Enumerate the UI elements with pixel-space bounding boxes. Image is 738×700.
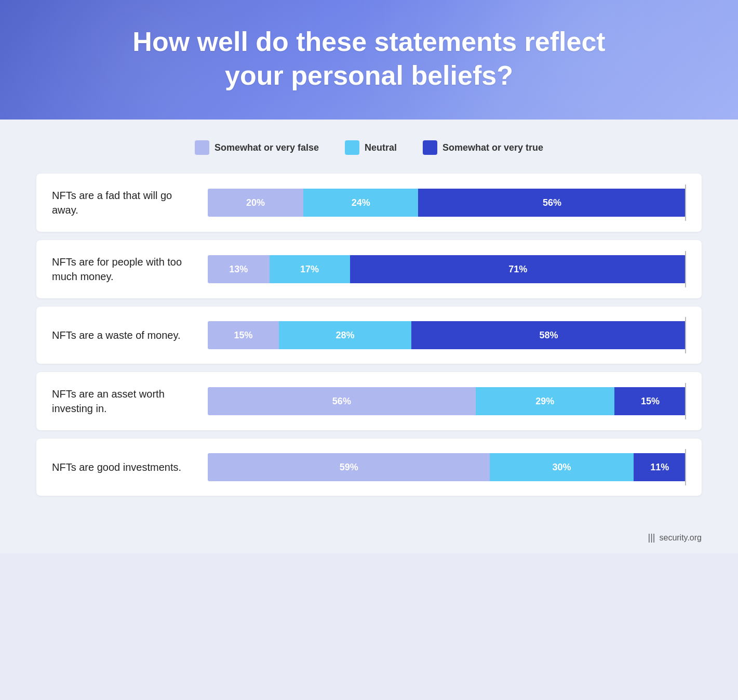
bar-true: 58% xyxy=(411,321,686,349)
chart-row: NFTs are a fad that will go away.20%24%5… xyxy=(36,174,702,232)
bar-true: 11% xyxy=(634,453,686,481)
row-label: NFTs are for people with too much money. xyxy=(52,255,192,284)
bar-wrapper: 15%28%58% xyxy=(208,321,686,349)
bar-false: 56% xyxy=(208,387,476,415)
bar-neutral: 17% xyxy=(270,255,350,283)
chart-title: How well do these statements reflect you… xyxy=(42,25,696,93)
bar-container: 56%29%15% xyxy=(208,387,686,415)
brand: ||| security.org xyxy=(648,532,702,543)
bar-wrapper: 13%17%71% xyxy=(208,255,686,283)
bar-wrapper: 56%29%15% xyxy=(208,387,686,415)
legend-swatch-neutral xyxy=(345,140,359,155)
legend-swatch-false xyxy=(195,140,209,155)
row-label: NFTs are a waste of money. xyxy=(52,328,192,342)
row-label: NFTs are good investments. xyxy=(52,460,192,474)
row-label: NFTs are an asset worth investing in. xyxy=(52,387,192,416)
bar-true: 15% xyxy=(614,387,686,415)
legend-label-neutral: Neutral xyxy=(365,142,397,153)
chart-rows: NFTs are a fad that will go away.20%24%5… xyxy=(36,174,702,496)
legend-label-false: Somewhat or very false xyxy=(214,142,319,153)
bar-neutral: 28% xyxy=(279,321,411,349)
bar-container: 59%30%11% xyxy=(208,453,686,481)
legend-item-false: Somewhat or very false xyxy=(195,140,319,155)
brand-icon: ||| xyxy=(648,532,655,543)
header: How well do these statements reflect you… xyxy=(0,0,738,120)
bar-divider xyxy=(685,449,686,485)
bar-container: 13%17%71% xyxy=(208,255,686,283)
legend-label-true: Somewhat or very true xyxy=(442,142,543,153)
content-area: Somewhat or very false Neutral Somewhat … xyxy=(0,120,738,522)
chart-row: NFTs are for people with too much money.… xyxy=(36,240,702,298)
legend: Somewhat or very false Neutral Somewhat … xyxy=(36,140,702,155)
bar-false: 20% xyxy=(208,189,303,217)
bar-wrapper: 59%30%11% xyxy=(208,453,686,481)
bar-divider xyxy=(685,184,686,221)
bar-true: 56% xyxy=(418,189,686,217)
bar-neutral: 29% xyxy=(476,387,614,415)
chart-row: NFTs are an asset worth investing in.56%… xyxy=(36,372,702,430)
bar-false: 13% xyxy=(208,255,270,283)
row-label: NFTs are a fad that will go away. xyxy=(52,188,192,217)
legend-swatch-true xyxy=(423,140,437,155)
bar-container: 15%28%58% xyxy=(208,321,686,349)
chart-row: NFTs are good investments.59%30%11% xyxy=(36,439,702,496)
bar-neutral: 30% xyxy=(490,453,633,481)
brand-text: security.org xyxy=(659,533,702,543)
bar-divider xyxy=(685,251,686,287)
bar-false: 15% xyxy=(208,321,279,349)
bar-false: 59% xyxy=(208,453,490,481)
footer: ||| security.org xyxy=(0,522,738,553)
bar-container: 20%24%56% xyxy=(208,189,686,217)
bar-neutral: 24% xyxy=(303,189,418,217)
bar-divider xyxy=(685,317,686,353)
legend-item-true: Somewhat or very true xyxy=(423,140,543,155)
bar-wrapper: 20%24%56% xyxy=(208,189,686,217)
chart-row: NFTs are a waste of money.15%28%58% xyxy=(36,307,702,364)
bar-true: 71% xyxy=(350,255,686,283)
bar-divider xyxy=(685,383,686,419)
legend-item-neutral: Neutral xyxy=(345,140,397,155)
